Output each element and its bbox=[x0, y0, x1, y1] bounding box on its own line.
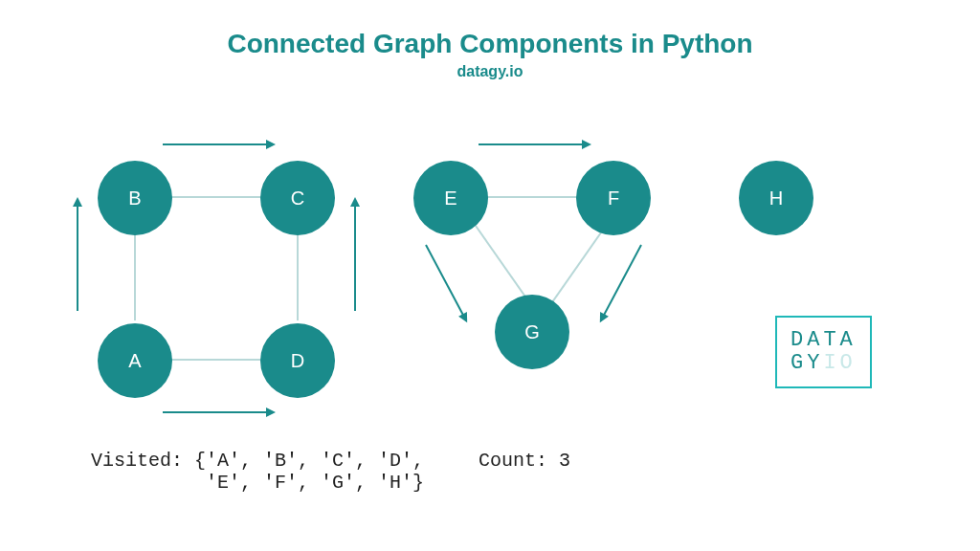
arrowhead-right-icon bbox=[266, 140, 276, 149]
datagy-logo: DATA GYIO bbox=[775, 316, 872, 388]
node-label: C bbox=[291, 187, 304, 209]
arrow-e-to-f bbox=[479, 143, 584, 145]
node-label: B bbox=[128, 187, 141, 209]
arrow-d-to-c bbox=[354, 206, 356, 311]
arrowhead-right-icon bbox=[266, 408, 276, 417]
arrow-b-to-c bbox=[163, 143, 268, 145]
node-c: C bbox=[260, 161, 335, 235]
arrow-a-to-d bbox=[163, 411, 268, 413]
node-a: A bbox=[98, 323, 172, 398]
node-b: B bbox=[98, 161, 172, 235]
node-h: H bbox=[739, 161, 813, 235]
logo-line2: GYIO bbox=[791, 352, 857, 375]
node-f: F bbox=[576, 161, 651, 235]
arrowhead-up-icon bbox=[73, 197, 82, 207]
count-status: Count: 3 bbox=[479, 450, 570, 472]
node-d: D bbox=[260, 323, 335, 398]
node-label: A bbox=[128, 350, 141, 372]
node-label: E bbox=[444, 187, 457, 209]
node-label: H bbox=[769, 187, 783, 209]
arrow-e-to-g bbox=[425, 245, 467, 321]
visited-status: Visited: {'A', 'B', 'C', 'D', 'E', 'F', … bbox=[91, 450, 424, 494]
node-g: G bbox=[495, 295, 569, 369]
arrowhead-diag-icon bbox=[458, 312, 472, 325]
arrowhead-diag-icon bbox=[595, 312, 609, 325]
diagram-canvas: B C A D E F G H DATA GYIO Visited: {'A',… bbox=[0, 0, 980, 551]
node-label: F bbox=[608, 187, 619, 209]
node-label: D bbox=[291, 350, 304, 372]
arrowhead-right-icon bbox=[582, 140, 591, 149]
node-label: G bbox=[524, 321, 540, 343]
arrowhead-up-icon bbox=[350, 197, 360, 207]
logo-line1: DATA bbox=[791, 329, 857, 352]
arrow-f-to-g bbox=[600, 245, 642, 321]
arrow-a-to-b bbox=[77, 206, 78, 311]
node-e: E bbox=[413, 161, 488, 235]
